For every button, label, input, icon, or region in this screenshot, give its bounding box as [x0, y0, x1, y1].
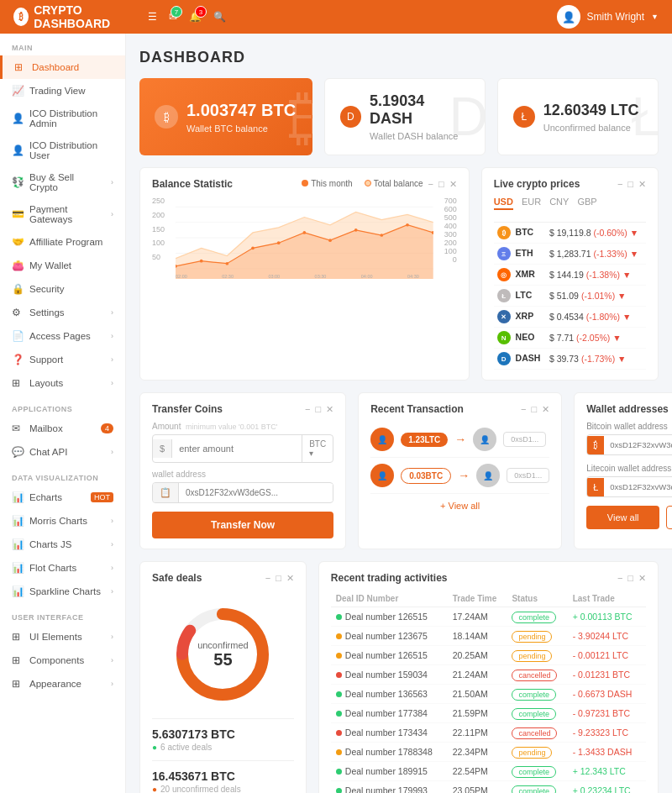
collapse-icon[interactable]: −: [428, 179, 433, 190]
deal-id-cell: Deal number 123675: [331, 627, 448, 646]
collapse-icon[interactable]: −: [617, 573, 622, 584]
status-badge: complete: [512, 612, 556, 623]
bitcoin-addr-input[interactable]: [604, 436, 672, 454]
view-all-link[interactable]: + View all: [370, 494, 549, 511]
sidebar-item-trading-view[interactable]: 📈 Trading View: [0, 79, 125, 102]
tab-cny[interactable]: CNY: [549, 197, 569, 210]
sidebar-item-label: Appearance: [29, 679, 81, 689]
svg-point-8: [200, 260, 203, 263]
transfer-actions: − □ ✕: [305, 404, 333, 415]
logo-icon: ₿: [13, 8, 29, 26]
wallet-input[interactable]: [179, 484, 333, 502]
trading-header: Recent trading activities − □ ✕: [331, 572, 646, 584]
safe-deals-actions: − □ ✕: [265, 573, 294, 584]
crypto-price-cell: $ 51.09 (-1.01%) ▼: [546, 286, 646, 307]
collapse-icon[interactable]: −: [521, 404, 526, 415]
last-trade-cell: - 0.00121 LTC: [568, 646, 646, 665]
sidebar-item-payment[interactable]: 💳 Payment Gateways ›: [0, 198, 125, 230]
sidebar-item-mailbox[interactable]: ✉ Mailbox 4: [0, 417, 125, 440]
sidebar-item-security[interactable]: 🔒 Security: [0, 277, 125, 301]
close-icon[interactable]: ✕: [638, 179, 646, 190]
wallet-input-wrap: 📋: [152, 482, 333, 503]
chart-icon: 📊: [12, 586, 24, 597]
sidebar-item-chat[interactable]: 💬 Chat API ›: [0, 440, 125, 464]
sidebar-item-dashboard[interactable]: ⊞ Dashboard: [0, 55, 125, 79]
crypto-price-cell: $ 7.71 (-2.05%) ▼: [546, 328, 646, 349]
window-icon[interactable]: □: [627, 179, 633, 190]
sidebar-item-settings[interactable]: ⚙ Settings ›: [0, 301, 125, 324]
safe-deals-stat1: 5.6307173 BTC ● 6 active deals: [152, 718, 294, 760]
search-button[interactable]: 🔍: [213, 11, 226, 23]
menu-button[interactable]: ☰: [148, 11, 157, 23]
svg-text:02:00: 02:00: [176, 274, 187, 279]
svg-text:04:00: 04:00: [361, 274, 373, 279]
sidebar-item-appearance[interactable]: ⊞ Appearance ›: [0, 672, 125, 696]
trading-actions: − □ ✕: [617, 573, 646, 584]
col-trade-time: Trade Time: [448, 591, 507, 607]
litecoin-addr-input[interactable]: [604, 478, 672, 496]
collapse-icon[interactable]: −: [617, 179, 622, 190]
sidebar-item-buy-sell[interactable]: 💱 Buy & Sell Crypto ›: [0, 166, 125, 198]
sidebar-item-flot[interactable]: 📊 Flot Charts ›: [0, 556, 125, 580]
crypto-icon: ₿: [497, 226, 511, 239]
window-icon[interactable]: □: [276, 573, 281, 584]
crypto-row: Ł LTC $ 51.09 (-1.01%) ▼: [494, 286, 646, 307]
sidebar-item-sparkline[interactable]: 📊 Sparkline Charts ›: [0, 580, 125, 603]
tab-gbp[interactable]: GBP: [577, 197, 596, 210]
transfer-button[interactable]: Transfer Now: [152, 512, 333, 538]
sidebar-item-support[interactable]: ❓ Support ›: [0, 348, 125, 371]
window-icon[interactable]: □: [315, 404, 321, 415]
middle-row: Balance Statistic This month Total balan…: [139, 167, 659, 381]
sidebar-item-wallet[interactable]: 👛 My Wallet: [0, 254, 125, 277]
sidebar-item-affiliate[interactable]: 🤝 Affilliate Program: [0, 230, 125, 254]
sidebar-item-ui-elements[interactable]: ⊞ UI Elements ›: [0, 625, 125, 649]
user-icon: 👤: [12, 144, 24, 156]
sidebar-item-access[interactable]: 📄 Access Pages ›: [0, 324, 125, 348]
sidebar-item-components[interactable]: ⊞ Components ›: [0, 649, 125, 672]
status-badge: complete: [512, 689, 556, 701]
tab-eur[interactable]: EUR: [522, 197, 541, 210]
close-icon[interactable]: ✕: [449, 179, 457, 190]
close-icon[interactable]: ✕: [326, 404, 333, 415]
collapse-icon[interactable]: −: [265, 573, 270, 584]
settings-button[interactable]: Settings: [666, 506, 672, 529]
chevron-down-icon[interactable]: ▼: [651, 13, 659, 21]
collapse-icon[interactable]: −: [305, 404, 310, 415]
tx-amount: 0.03BTC: [401, 468, 451, 484]
ltc-card: Ł 12.60349 LTC Unconfirmed balance Ł: [497, 78, 659, 155]
sidebar-item-ico-user[interactable]: 👤 ICO Distribution User: [0, 134, 125, 166]
window-icon[interactable]: □: [627, 573, 633, 584]
messages-button[interactable]: ✉ 7: [169, 11, 177, 23]
close-icon[interactable]: ✕: [638, 573, 646, 584]
status-cell: pending: [507, 646, 567, 665]
window-icon[interactable]: □: [532, 404, 538, 415]
sidebar-item-layouts[interactable]: ⊞ Layouts ›: [0, 371, 125, 395]
crypto-icon: ◎: [497, 268, 511, 281]
chevron-icon: ›: [111, 178, 113, 186]
tab-usd[interactable]: USD: [494, 197, 513, 210]
trade-time-cell: 22.34PM: [448, 743, 507, 762]
status-badge: complete: [512, 766, 556, 778]
window-icon[interactable]: □: [438, 179, 444, 190]
wallet-addr-title: Wallet addresses: [586, 403, 672, 415]
tx-arrow: →: [458, 469, 470, 482]
status-cell: complete: [507, 704, 567, 723]
sidebar-item-morris[interactable]: 📊 Morris Charts ›: [0, 509, 125, 533]
sidebar-item-ico-admin[interactable]: 👤 ICO Distribution Admin: [0, 102, 125, 134]
last-trade-cell: - 0.6673 DASH: [568, 685, 646, 704]
view-all-button[interactable]: View all: [586, 506, 659, 529]
sidebar-item-echarts[interactable]: 📊 Echarts HOT: [0, 486, 125, 509]
close-icon[interactable]: ✕: [542, 404, 549, 415]
chevron-icon: ›: [111, 210, 113, 218]
table-row: Deal number 179993 23.05PM complete + 0.…: [331, 781, 646, 794]
support-icon: ❓: [12, 354, 24, 365]
svg-point-11: [277, 241, 281, 244]
close-icon[interactable]: ✕: [286, 573, 294, 584]
deal-id-cell: Deal number 1788348: [331, 743, 448, 762]
sidebar-item-chartsjs[interactable]: 📊 Charts JS ›: [0, 533, 125, 556]
grid-icon: ⊞: [14, 61, 26, 73]
chart-y-labels-left: 25020015010050: [152, 197, 165, 261]
notifications-button[interactable]: 🔔 3: [189, 11, 202, 23]
amount-input[interactable]: [172, 439, 302, 458]
sidebar-item-label: Support: [29, 354, 63, 365]
